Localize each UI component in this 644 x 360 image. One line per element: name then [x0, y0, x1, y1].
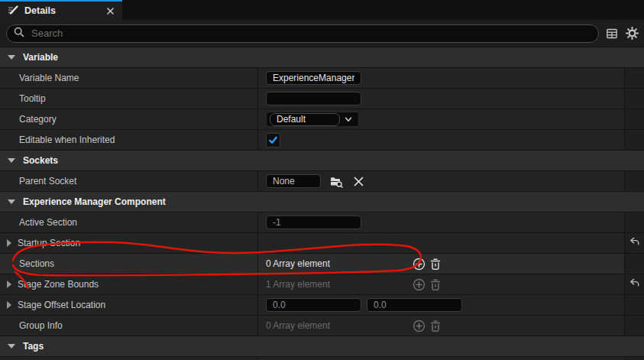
property-label: Group Info: [19, 320, 63, 331]
search-toolbar: [0, 20, 644, 47]
details-panel-icon: [7, 4, 19, 18]
category-input[interactable]: [270, 113, 340, 126]
clear-socket-icon[interactable]: [351, 174, 365, 188]
section-title: Sockets: [23, 155, 58, 166]
property-label: Sections: [19, 258, 54, 269]
chevron-down-icon[interactable]: [340, 115, 357, 124]
row-sections[interactable]: Sections 0 Array element: [0, 254, 644, 274]
stage-offset-y-input[interactable]: [367, 298, 462, 312]
delete-array-elements-icon[interactable]: [429, 277, 442, 291]
property-label: Tooltip: [19, 93, 46, 104]
row-category: Category: [0, 109, 644, 130]
row-stage-zone-bounds: Stage Zone Bounds 1 Array element: [0, 274, 644, 295]
array-count-text: 1 Array element: [266, 279, 330, 290]
category-combobox[interactable]: [266, 112, 359, 127]
row-tooltip: Tooltip: [0, 89, 644, 109]
add-array-element-icon[interactable]: [412, 277, 426, 291]
array-count-text: 0 Array element: [266, 258, 330, 269]
collapse-arrow-icon[interactable]: [8, 344, 15, 349]
editable-when-inherited-checkbox[interactable]: [266, 133, 280, 148]
tab-title: Details: [24, 5, 99, 16]
row-stage-offset-location: Stage Offset Location: [0, 295, 644, 316]
expand-arrow-icon[interactable]: [7, 239, 11, 247]
section-title: Experience Manager Component: [23, 196, 166, 207]
row-parent-socket: Parent Socket: [0, 171, 644, 192]
section-header-tags[interactable]: Tags: [0, 336, 644, 357]
property-label: Stage Zone Bounds: [18, 279, 99, 290]
collapse-arrow-icon[interactable]: [8, 158, 15, 163]
property-label: Startup Section: [18, 238, 80, 248]
property-label: Stage Offset Location: [18, 300, 105, 310]
browse-socket-icon[interactable]: [329, 174, 343, 188]
section-header-variable[interactable]: Variable: [0, 47, 644, 68]
reset-to-default-icon[interactable]: [629, 237, 640, 249]
add-array-element-icon[interactable]: [412, 319, 426, 332]
delete-array-elements-icon[interactable]: [429, 257, 442, 271]
add-array-element-icon[interactable]: [412, 257, 426, 271]
stage-offset-x-input[interactable]: [266, 298, 361, 312]
expand-arrow-icon[interactable]: [7, 301, 11, 309]
tooltip-input[interactable]: [266, 92, 361, 105]
variable-name-input[interactable]: [266, 71, 361, 85]
parent-socket-input[interactable]: [266, 174, 321, 188]
array-count-text: 0 Array element: [266, 320, 330, 331]
display-filter-icon[interactable]: [605, 27, 619, 41]
row-variable-name: Variable Name: [0, 68, 644, 89]
row-editable-when-inherited: Editable when Inherited: [0, 130, 644, 151]
row-group-info: Group Info 0 Array element: [0, 316, 644, 336]
search-box[interactable]: [6, 24, 599, 43]
expand-arrow-icon[interactable]: [7, 281, 11, 288]
details-panel: Details: [0, 0, 644, 360]
tab-bar: Details: [0, 0, 644, 20]
property-label: Active Section: [19, 217, 77, 228]
checkmark-icon: [268, 135, 278, 145]
property-label: Parent Socket: [19, 176, 76, 186]
tab-close-icon[interactable]: [105, 5, 115, 16]
partial-row: [0, 357, 644, 360]
collapse-arrow-icon[interactable]: [8, 199, 15, 204]
row-active-section: Active Section: [0, 212, 644, 233]
property-label: Category: [19, 114, 57, 125]
property-label: Editable when Inherited: [19, 135, 115, 145]
search-icon: [13, 26, 25, 41]
delete-array-elements-icon[interactable]: [429, 319, 442, 332]
section-title: Tags: [23, 341, 44, 352]
collapse-arrow-icon[interactable]: [8, 55, 15, 60]
tab-details[interactable]: Details: [0, 0, 122, 20]
active-section-input[interactable]: [266, 216, 361, 229]
row-startup-section: Startup Section: [0, 233, 644, 254]
search-input[interactable]: [30, 27, 591, 40]
reset-to-default-icon[interactable]: [629, 278, 640, 290]
property-label: Variable Name: [19, 73, 79, 83]
section-header-experience-manager-component[interactable]: Experience Manager Component: [0, 192, 644, 212]
section-header-sockets[interactable]: Sockets: [0, 151, 644, 171]
section-title: Variable: [23, 52, 58, 63]
settings-gear-icon[interactable]: [625, 27, 639, 41]
